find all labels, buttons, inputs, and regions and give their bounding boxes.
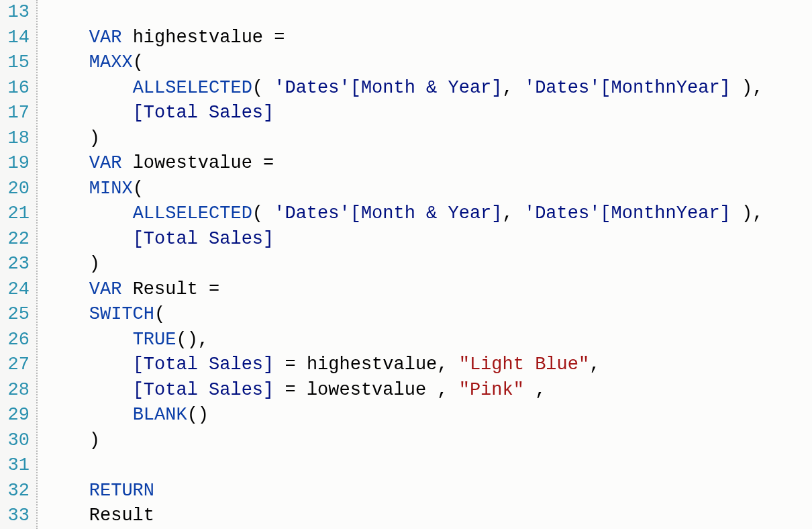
token-kw: VAR	[89, 28, 122, 48]
token-indent	[46, 28, 89, 48]
token-pn: )	[89, 430, 100, 450]
token-indent	[46, 103, 133, 123]
token-sp	[263, 78, 274, 98]
code-area[interactable]: VAR highestvalue = MAXX( ALLSELECTED( 'D…	[38, 0, 812, 529]
token-id: Result	[133, 279, 198, 299]
code-line[interactable]: [Total Sales] = highestvalue, "Light Blu…	[46, 352, 812, 378]
token-col: 'Dates'[Month & Year]	[274, 203, 502, 224]
code-line[interactable]: ALLSELECTED( 'Dates'[Month & Year], 'Dat…	[46, 76, 812, 101]
token-sp	[513, 78, 524, 98]
code-line[interactable]: RETURN	[46, 479, 812, 504]
code-line[interactable]: MINX(	[46, 177, 812, 202]
token-sp	[731, 78, 742, 98]
token-sp	[198, 279, 209, 299]
token-indent	[46, 380, 133, 400]
line-number: 22	[0, 227, 36, 252]
token-op: ,	[198, 330, 209, 350]
line-number: 33	[0, 503, 36, 529]
code-line[interactable]: )	[46, 428, 812, 454]
code-line[interactable]	[46, 453, 812, 479]
token-fn: ALLSELECTED	[133, 78, 252, 98]
line-number: 13	[0, 0, 36, 26]
line-number: 17	[0, 101, 36, 126]
token-op: ,	[503, 78, 513, 98]
token-sp	[296, 380, 307, 400]
token-pn: (	[154, 304, 165, 324]
token-sp	[448, 380, 459, 400]
code-line[interactable]: ALLSELECTED( 'Dates'[Month & Year], 'Dat…	[46, 201, 812, 227]
code-line[interactable]: VAR Result =	[46, 277, 812, 303]
token-pn: (	[252, 203, 263, 224]
token-indent	[46, 78, 133, 98]
token-sp	[121, 153, 132, 173]
line-number: 20	[0, 177, 36, 202]
code-line[interactable]: [Total Sales]	[46, 101, 812, 126]
token-indent	[46, 254, 89, 274]
code-line[interactable]: [Total Sales]	[46, 227, 812, 252]
token-sp	[263, 28, 274, 48]
token-fn: MAXX	[89, 52, 133, 73]
token-sp	[274, 354, 285, 375]
token-indent	[46, 52, 89, 73]
line-number: 18	[0, 126, 36, 152]
token-pn: (	[133, 179, 144, 199]
code-editor[interactable]: 1314151617181920212223242526272829303132…	[0, 0, 812, 529]
line-number: 30	[0, 428, 36, 454]
token-indent	[46, 430, 89, 450]
code-line[interactable]: [Total Sales] = lowestvalue , "Pink" ,	[46, 378, 812, 403]
token-op: ,	[752, 203, 763, 224]
line-number: 21	[0, 201, 36, 227]
token-op: ,	[535, 380, 546, 400]
token-indent	[46, 481, 89, 501]
token-kw: VAR	[89, 279, 122, 299]
token-indent	[46, 279, 89, 299]
token-sp	[263, 203, 274, 224]
code-line[interactable]: Result	[46, 503, 812, 529]
line-number: 15	[0, 50, 36, 76]
token-sp	[252, 153, 263, 173]
token-col: [Total Sales]	[133, 229, 274, 249]
token-fn: MINX	[89, 179, 133, 199]
token-kw: VAR	[89, 153, 122, 173]
line-number: 28	[0, 378, 36, 403]
token-id: Result	[89, 506, 154, 526]
code-line[interactable]: )	[46, 126, 812, 152]
token-op: =	[209, 279, 219, 299]
token-pn: )	[742, 203, 752, 224]
token-op: =	[285, 354, 295, 375]
token-fn: BLANK	[133, 405, 187, 425]
token-indent	[46, 354, 133, 375]
line-number: 29	[0, 403, 36, 428]
token-id: lowestvalue	[307, 380, 426, 400]
token-str: "Pink"	[459, 380, 524, 400]
line-number: 25	[0, 302, 36, 328]
token-op: ,	[437, 380, 448, 400]
token-indent	[46, 405, 133, 425]
code-line[interactable]: TRUE(),	[46, 328, 812, 353]
code-line[interactable]: MAXX(	[46, 50, 812, 76]
token-col: [Total Sales]	[133, 380, 274, 400]
code-line[interactable]: BLANK()	[46, 403, 812, 428]
line-number: 27	[0, 352, 36, 378]
token-sp	[448, 354, 459, 375]
code-line[interactable]: SWITCH(	[46, 302, 812, 328]
token-sp	[121, 28, 132, 48]
token-pn: )	[742, 78, 752, 98]
token-fn: ALLSELECTED	[133, 203, 252, 224]
code-line[interactable]: )	[46, 252, 812, 277]
token-indent	[46, 203, 133, 224]
token-indent	[46, 153, 89, 173]
token-pn: )	[89, 128, 100, 148]
token-sp	[524, 380, 535, 400]
token-col: 'Dates'[Month & Year]	[274, 78, 502, 98]
code-line[interactable]	[46, 0, 812, 26]
code-line[interactable]: VAR lowestvalue =	[46, 151, 812, 177]
token-indent	[46, 304, 89, 324]
code-line[interactable]: VAR highestvalue =	[46, 26, 812, 51]
token-pn: (	[133, 52, 144, 73]
line-number: 26	[0, 328, 36, 353]
line-number: 14	[0, 26, 36, 51]
line-number: 23	[0, 252, 36, 277]
token-fn: TRUE	[133, 330, 176, 350]
token-fn: SWITCH	[89, 304, 154, 324]
